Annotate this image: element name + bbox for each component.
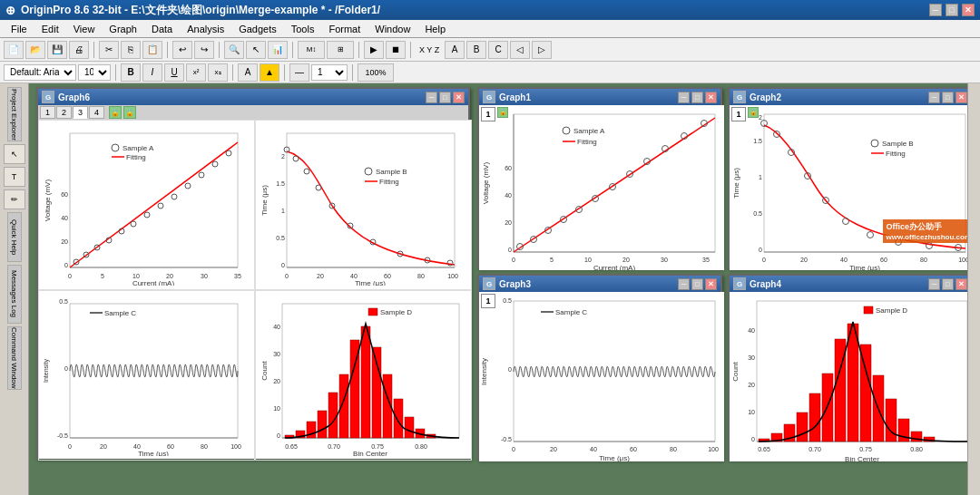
svg-text:60: 60 <box>167 443 174 450</box>
draw-icon[interactable]: ✏ <box>4 189 25 209</box>
chart-sampleA-svg: 0 5 10 20 30 35 0 20 40 60 Current (mA) … <box>43 124 250 286</box>
tb-new[interactable]: 📄 <box>4 41 24 59</box>
close-button[interactable]: ✕ <box>962 4 975 16</box>
watermark-line1: Office办公助手 <box>887 221 967 233</box>
svg-text:Count: Count <box>731 362 740 382</box>
svg-text:0: 0 <box>64 262 68 268</box>
menu-edit[interactable]: Edit <box>34 22 66 36</box>
superscript-button[interactable]: x² <box>186 63 206 82</box>
tb-graph[interactable]: 📊 <box>268 41 288 59</box>
italic-button[interactable]: I <box>142 63 162 82</box>
tools-icon[interactable]: ↖ <box>4 144 25 164</box>
menu-gadgets[interactable]: Gadgets <box>231 22 284 36</box>
graph2-maximize[interactable]: □ <box>942 92 954 103</box>
menu-view[interactable]: View <box>66 22 103 36</box>
graph6-plot-sampleD: 0.65 0.70 0.75 0.80 0 10 20 30 40 Bin Ce… <box>255 290 472 461</box>
menu-format[interactable]: Format <box>321 22 368 36</box>
svg-text:40: 40 <box>840 257 848 263</box>
graph1-maximize[interactable]: □ <box>691 92 703 103</box>
minimize-button[interactable]: ─ <box>929 4 942 16</box>
tb-cut[interactable]: ✂ <box>99 41 119 59</box>
fill-color-button[interactable]: ▲ <box>260 63 279 82</box>
graph6-close[interactable]: ✕ <box>453 92 465 103</box>
maximize-button[interactable]: □ <box>946 4 958 16</box>
zoom-percent[interactable]: 100% <box>358 63 394 82</box>
tb-redo[interactable]: ↪ <box>194 41 214 59</box>
svg-text:1: 1 <box>759 174 762 180</box>
quick-help-icon[interactable]: Quick Help <box>7 212 22 262</box>
toolbar-format: Default: Arial 10 B I U x² x₂ A ▲ — 1 10… <box>0 62 980 83</box>
svg-text:80: 80 <box>201 443 208 450</box>
graph6-tab1[interactable]: 1 <box>40 106 55 119</box>
svg-rect-33 <box>287 133 455 267</box>
graph4-win-buttons: ─ □ ✕ <box>928 278 967 290</box>
menu-data[interactable]: Data <box>144 22 180 36</box>
font-color-button[interactable]: A <box>238 63 258 82</box>
tb-pointer[interactable]: ↖ <box>246 41 266 59</box>
menu-analysis[interactable]: Analysis <box>180 22 231 36</box>
svg-rect-194 <box>860 345 871 442</box>
menu-help[interactable]: Help <box>417 22 453 36</box>
svg-text:Sample B: Sample B <box>882 140 914 148</box>
svg-text:60: 60 <box>384 273 391 279</box>
font-select[interactable]: Default: Arial <box>4 64 76 81</box>
menu-graph[interactable]: Graph <box>102 22 144 36</box>
graph6-minimize[interactable]: ─ <box>426 92 437 103</box>
graph1-minimize[interactable]: ─ <box>678 92 690 103</box>
tb-stop[interactable]: ⏹ <box>386 41 406 59</box>
menu-window[interactable]: Window <box>368 22 417 36</box>
graph6-tab2[interactable]: 2 <box>56 106 72 119</box>
chart-sampleD-svg: 0.65 0.70 0.75 0.80 0 10 20 30 40 Bin Ce… <box>260 295 466 456</box>
right-sidebar <box>967 83 980 495</box>
graph2-lock: 🔒 <box>748 107 759 118</box>
tb-c[interactable]: C <box>488 41 508 59</box>
graph4-maximize[interactable]: □ <box>942 278 954 290</box>
tb-b[interactable]: B <box>466 41 486 59</box>
tb-split[interactable]: ⊞ <box>327 41 354 59</box>
graph3-minimize[interactable]: ─ <box>678 278 690 290</box>
tb-save[interactable]: 💾 <box>47 41 67 59</box>
underline-button[interactable]: U <box>164 63 184 82</box>
tb-d[interactable]: ◁ <box>510 41 530 59</box>
tb-open[interactable]: 📂 <box>25 41 45 59</box>
tb-axes[interactable]: A <box>445 41 465 59</box>
tb-e[interactable]: ▷ <box>532 41 552 59</box>
graph6-maximize[interactable]: □ <box>439 92 451 103</box>
graph4-close[interactable]: ✕ <box>956 278 967 290</box>
line-style-button[interactable]: — <box>289 63 309 82</box>
tb-copy[interactable]: ⎘ <box>121 41 141 59</box>
menu-file[interactable]: File <box>4 22 34 36</box>
svg-text:30: 30 <box>201 273 208 279</box>
svg-rect-0 <box>70 133 238 267</box>
graph2-minimize[interactable]: ─ <box>928 92 940 103</box>
subscript-button[interactable]: x₂ <box>208 63 228 82</box>
svg-text:100: 100 <box>708 446 719 452</box>
svg-text:Count: Count <box>260 361 269 381</box>
menu-tools[interactable]: Tools <box>284 22 322 36</box>
menu-bar: File Edit View Graph Data Analysis Gadge… <box>0 20 980 38</box>
command-window-icon[interactable]: Command Window <box>7 326 22 390</box>
graph6-tab3[interactable]: 3 <box>73 106 88 119</box>
project-explorer-icon[interactable]: Project Explorer <box>7 87 22 141</box>
graph2-close[interactable]: ✕ <box>956 92 967 103</box>
tb-undo[interactable]: ↩ <box>172 41 192 59</box>
graph3-close[interactable]: ✕ <box>705 278 717 290</box>
font-size-select[interactable]: 10 <box>78 64 111 81</box>
graph6-tab4[interactable]: 4 <box>89 106 104 119</box>
svg-text:Intensity: Intensity <box>480 358 488 385</box>
svg-text:Current (mA): Current (mA) <box>132 279 175 286</box>
tb-print[interactable]: 🖨 <box>69 41 89 59</box>
graph3-maximize[interactable]: □ <box>691 278 703 290</box>
svg-text:20: 20 <box>622 257 630 263</box>
tb-play[interactable]: ▶ <box>364 41 384 59</box>
text-tool-icon[interactable]: T <box>4 167 25 187</box>
line-width-select[interactable]: 1 <box>311 64 348 81</box>
tb-paste[interactable]: 📋 <box>142 41 162 59</box>
tb-zoom[interactable]: 🔍 <box>224 41 244 59</box>
graph4-minimize[interactable]: ─ <box>928 278 940 290</box>
tb-merge[interactable]: M↕ <box>298 41 325 59</box>
bold-button[interactable]: B <box>121 63 141 82</box>
svg-text:10: 10 <box>132 273 140 279</box>
messages-log-icon[interactable]: Messages Log <box>7 265 22 324</box>
graph1-close[interactable]: ✕ <box>705 92 717 103</box>
